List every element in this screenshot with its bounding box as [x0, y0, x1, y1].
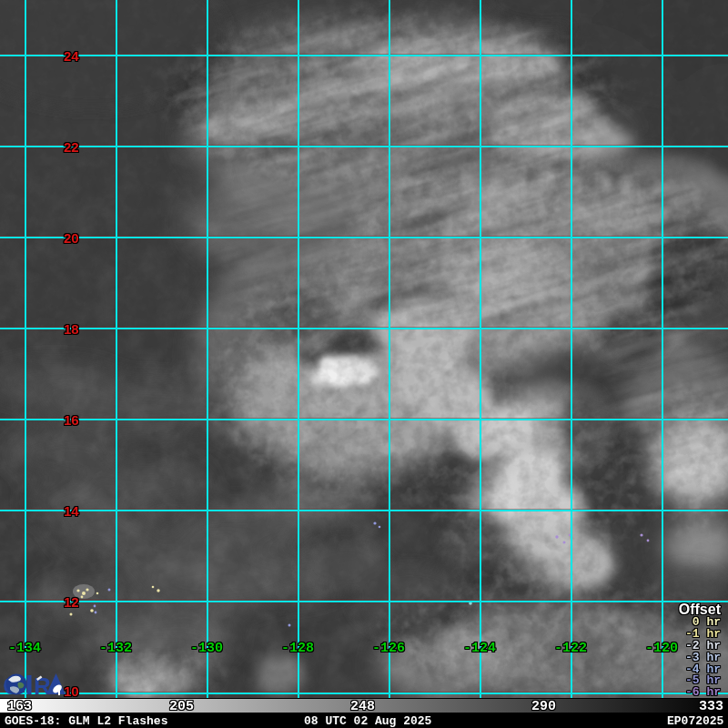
svg-text:R: R [34, 672, 51, 700]
